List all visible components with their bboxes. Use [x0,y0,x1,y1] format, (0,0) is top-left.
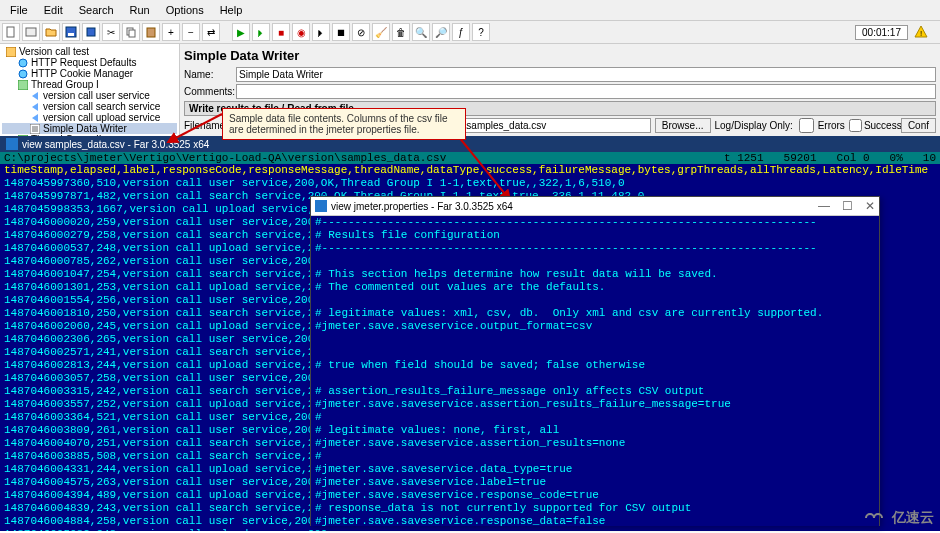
tree-label: version call upload service [43,112,160,123]
svg-rect-15 [6,138,18,150]
close-icon[interactable]: ✕ [865,199,875,213]
far1-title-text: view samples_data.csv - Far 3.0.3525 x64 [22,139,209,150]
tree-label: Version call test [19,46,89,57]
clear-icon[interactable]: 🧹 [372,23,390,41]
remote-shutdown-icon[interactable]: ⊘ [352,23,370,41]
start-no-pause-icon[interactable]: ⏵ [252,23,270,41]
name-input[interactable] [236,67,936,82]
remote-start-icon[interactable]: ⏵ [312,23,330,41]
minimize-icon[interactable]: — [818,199,830,213]
far1-titlebar[interactable]: view samples_data.csv - Far 3.0.3525 x64 [0,136,940,152]
successes-checkbox[interactable]: Successes [849,118,897,133]
tree-label: version call user service [43,90,150,101]
save-all-icon[interactable] [82,23,100,41]
menu-help[interactable]: Help [214,2,249,18]
logonly-label: Log/Display Only: [715,120,793,131]
tree-label: Thread Group I [31,79,99,90]
cut-icon[interactable]: ✂ [102,23,120,41]
browse-button[interactable]: Browse... [655,118,711,133]
templates-icon[interactable] [22,23,40,41]
svg-rect-6 [129,30,135,37]
errors-checkbox[interactable]: Errors [797,118,845,133]
tree-sampler-user[interactable]: version call user service [2,90,177,101]
open-icon[interactable] [42,23,60,41]
search-icon[interactable]: 🔍 [412,23,430,41]
far1-statusbar: C:\projects\jmeter\Vertigo\Vertigo-Load-… [0,152,940,164]
svg-rect-16 [315,200,327,212]
menu-run[interactable]: Run [124,2,156,18]
save-icon[interactable] [62,23,80,41]
svg-rect-0 [7,27,14,37]
menu-edit[interactable]: Edit [38,2,69,18]
far1-stat: 10 [923,152,936,164]
menu-options[interactable]: Options [160,2,210,18]
help-icon[interactable]: ? [472,23,490,41]
comments-input[interactable] [236,84,936,99]
elapsed-timer: 00:01:17 [855,25,908,40]
tree-http-defaults[interactable]: HTTP Request Defaults [2,57,177,68]
annotation-callout: Sample data file contents. Columns of th… [222,108,466,140]
far-window-properties: view jmeter.properties - Far 3.0.3525 x6… [310,196,880,526]
tree-label: HTTP Cookie Manager [31,68,133,79]
collapse-icon[interactable]: − [182,23,200,41]
configure-button[interactable]: Conf [901,118,936,133]
far2-titlebar[interactable]: view jmeter.properties - Far 3.0.3525 x6… [311,197,879,216]
far2-title-text: view jmeter.properties - Far 3.0.3525 x6… [331,201,513,212]
start-icon[interactable]: ▶ [232,23,250,41]
menu-bar: File Edit Search Run Options Help [0,0,940,21]
far-icon [315,200,327,212]
far1-stat: t 1251 [724,152,764,164]
svg-rect-4 [87,28,95,36]
svg-text:!: ! [920,29,922,38]
new-icon[interactable] [2,23,20,41]
paste-icon[interactable] [142,23,160,41]
svg-point-10 [19,59,27,67]
tree-cookie-mgr[interactable]: HTTP Cookie Manager [2,68,177,79]
toolbar: ✂ + − ⇄ ▶ ⏵ ■ ◉ ⏵ ⏹ ⊘ 🧹 🗑 🔍 🔎 ƒ ? 00:01:… [0,21,940,44]
svg-point-11 [19,70,27,78]
panel-title: Simple Data Writer [184,48,936,63]
menu-search[interactable]: Search [73,2,120,18]
comments-label: Comments: [184,86,232,97]
svg-rect-1 [26,28,36,36]
callout-line: are determined in the jmeter properties … [229,124,459,135]
tree-label: version call search service [43,101,160,112]
far1-stat: Col 0 [837,152,870,164]
name-label: Name: [184,69,232,80]
watermark-logo: 亿速云 [862,509,934,527]
reset-search-icon[interactable]: 🔎 [432,23,450,41]
far1-path-text: C:\projects\jmeter\Vertigo\Vertigo-Load-… [4,152,446,164]
menu-file[interactable]: File [4,2,34,18]
far1-stat: 59201 [784,152,817,164]
tree-label: Simple Data Writer [43,123,127,134]
shutdown-icon[interactable]: ◉ [292,23,310,41]
tree-root[interactable]: Version call test [2,46,177,57]
far2-content[interactable]: #---------------------------------------… [311,216,879,526]
tree-label: HTTP Request Defaults [31,57,136,68]
tree-thread-group-1[interactable]: Thread Group I [2,79,177,90]
function-icon[interactable]: ƒ [452,23,470,41]
remote-stop-icon[interactable]: ⏹ [332,23,350,41]
stop-icon[interactable]: ■ [272,23,290,41]
svg-rect-3 [68,33,74,36]
copy-icon[interactable] [122,23,140,41]
expand-icon[interactable]: + [162,23,180,41]
tree-sampler-upload[interactable]: version call upload service [2,112,177,123]
clear-all-icon[interactable]: 🗑 [392,23,410,41]
warning-icon: ! [914,25,928,39]
far1-stat: 0% [890,152,903,164]
tree-sampler-search[interactable]: version call search service [2,101,177,112]
callout-line: Sample data file contents. Columns of th… [229,113,459,124]
svg-rect-12 [18,80,28,90]
svg-rect-9 [6,47,16,57]
toggle-icon[interactable]: ⇄ [202,23,220,41]
far-icon [6,138,18,150]
svg-rect-7 [147,28,155,37]
maximize-icon[interactable]: ☐ [842,199,853,213]
tree-simple-data-writer[interactable]: Simple Data Writer [2,123,177,134]
